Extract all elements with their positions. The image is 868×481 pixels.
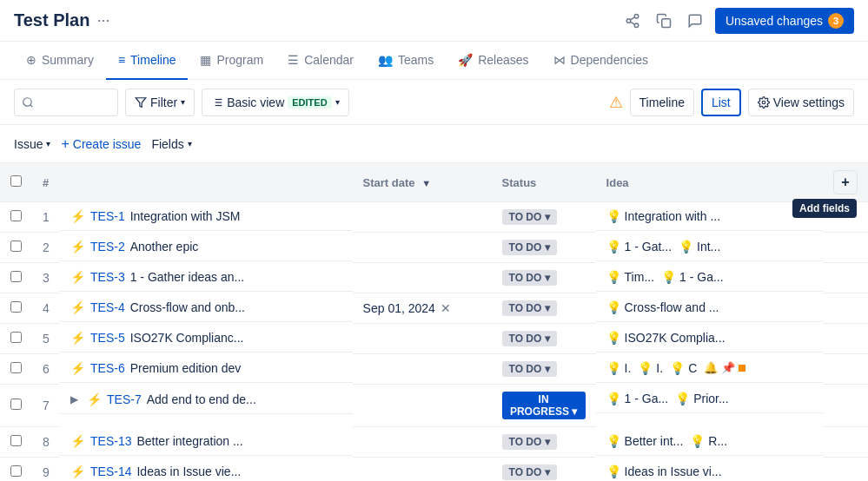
- svg-point-1: [626, 18, 631, 23]
- issue-title: Ideas in Issue vie...: [136, 465, 241, 478]
- issue-header: [60, 163, 353, 202]
- nav-tabs: ⊕ Summary ≡ Timeline ▦ Program ☰ Calenda…: [0, 42, 868, 80]
- date-clear-button[interactable]: ✕: [441, 301, 451, 315]
- issue-cell: ⚡TES-5ISO27K Complianc...: [60, 324, 353, 353]
- idea-icon: 💡: [606, 240, 621, 254]
- row-checkbox[interactable]: [10, 210, 22, 221]
- issue-id-link[interactable]: TES-6: [90, 361, 125, 375]
- status-badge[interactable]: TO DO ▾: [502, 331, 557, 346]
- status-badge[interactable]: TO DO ▾: [502, 465, 557, 480]
- issue-cell: ⚡TES-14Ideas in Issue vie...: [60, 458, 353, 482]
- row-number: 1: [32, 202, 60, 233]
- row-number: 5: [32, 324, 60, 354]
- idea-icon: 💡: [606, 300, 621, 314]
- unsaved-label: Unsaved changes: [726, 14, 823, 28]
- table-row: 7▶⚡TES-7Add end to end de...IN PROGRESS …: [0, 385, 868, 427]
- issue-id-link[interactable]: TES-1: [90, 209, 125, 223]
- issue-id-link[interactable]: TES-14: [90, 465, 131, 478]
- tab-teams[interactable]: 👥 Teams: [366, 42, 446, 80]
- idea-text: 1 - Ga...: [625, 392, 669, 405]
- tab-timeline[interactable]: ≡ Timeline: [106, 42, 189, 80]
- filter-button[interactable]: Filter ▾: [125, 89, 195, 116]
- status-cell: TO DO ▾: [492, 354, 596, 385]
- idea-text: C: [688, 361, 697, 375]
- toolbar: Filter ▾ Basic view EDITED ▾ ⚠ Timeline …: [0, 80, 868, 125]
- svg-rect-5: [662, 18, 671, 27]
- status-badge[interactable]: TO DO ▾: [502, 209, 557, 225]
- tab-releases[interactable]: 🚀 Releases: [446, 42, 540, 80]
- row-checkbox[interactable]: [10, 465, 22, 477]
- idea-text: Int...: [697, 240, 720, 254]
- select-all-checkbox[interactable]: [10, 175, 22, 187]
- idea-text: Better int...: [625, 434, 684, 448]
- status-cell: TO DO ▾: [492, 263, 596, 293]
- status-badge[interactable]: TO DO ▾: [502, 361, 557, 377]
- view-selector-button[interactable]: Basic view EDITED ▾: [202, 89, 348, 116]
- issue-title: Integration with JSM: [130, 209, 241, 223]
- issue-title: Better integration ...: [136, 434, 242, 448]
- edited-badge: EDITED: [288, 96, 331, 109]
- table-row: 5⚡TES-5ISO27K Complianc...TO DO ▾💡ISO27K…: [0, 324, 868, 354]
- search-box[interactable]: [14, 89, 118, 116]
- status-badge[interactable]: TO DO ▾: [502, 434, 557, 450]
- start-date-cell: [353, 324, 492, 354]
- expander-icon[interactable]: ▶: [70, 393, 78, 405]
- num-header: #: [32, 163, 60, 202]
- issue-id-link[interactable]: TES-5: [90, 331, 125, 345]
- issue-dropdown[interactable]: Issue ▾: [14, 137, 50, 151]
- duplicate-button[interactable]: [653, 10, 675, 32]
- row-checkbox[interactable]: [10, 332, 22, 343]
- start-date-cell: Sep 01, 2024✕: [353, 293, 492, 324]
- header-left: Test Plan ···: [14, 10, 109, 30]
- view-settings-button[interactable]: View settings: [748, 89, 854, 116]
- issue-type-icon: ⚡: [70, 270, 85, 284]
- search-input[interactable]: [39, 96, 109, 109]
- idea-icon: 💡: [675, 392, 690, 405]
- start-date-header[interactable]: Start date ▼: [353, 163, 492, 202]
- row-number: 4: [32, 293, 60, 324]
- idea-text: Ideas in Issue vi...: [625, 465, 722, 478]
- row-checkbox[interactable]: [10, 399, 22, 410]
- tab-calendar[interactable]: ☰ Calendar: [275, 42, 366, 80]
- issue-id-link[interactable]: TES-13: [90, 434, 131, 448]
- share-button[interactable]: [621, 10, 644, 32]
- create-issue-button[interactable]: + Create issue: [61, 136, 141, 152]
- issue-id-link[interactable]: TES-2: [90, 240, 125, 254]
- row-checkbox[interactable]: [10, 271, 22, 282]
- fields-button[interactable]: Fields ▾: [151, 137, 191, 151]
- row-checkbox[interactable]: [10, 362, 22, 373]
- unsaved-changes-button[interactable]: Unsaved changes 3: [715, 8, 854, 34]
- add-fields-button[interactable]: + Add fields: [833, 170, 858, 194]
- issue-title: Cross-flow and onb...: [130, 300, 245, 314]
- tab-summary[interactable]: ⊕ Summary: [14, 42, 106, 80]
- start-date-cell: [353, 354, 492, 385]
- status-badge[interactable]: TO DO ▾: [502, 270, 557, 286]
- tab-program[interactable]: ▦ Program: [188, 42, 275, 80]
- comment-button[interactable]: [684, 10, 706, 32]
- idea-icon: 💡: [606, 392, 621, 405]
- warning-icon: ⚠: [609, 93, 623, 112]
- row-checkbox[interactable]: [10, 301, 22, 313]
- row-number: 8: [32, 427, 60, 458]
- row-number: 7: [32, 385, 60, 427]
- issue-id-link[interactable]: TES-7: [107, 392, 142, 406]
- row-checkbox[interactable]: [10, 435, 22, 446]
- add-field-header[interactable]: + Add fields: [823, 163, 868, 202]
- start-date-cell: [353, 427, 492, 458]
- timeline-tab-icon: ≡: [118, 53, 125, 67]
- issue-id-link[interactable]: TES-3: [90, 270, 125, 284]
- idea-text: Cross-flow and ...: [625, 300, 719, 314]
- idea-text: 1 - Gat...: [625, 240, 672, 254]
- idea-icon: 💡: [638, 361, 653, 375]
- status-badge[interactable]: TO DO ▾: [502, 240, 557, 255]
- add-fields-tooltip: Add fields: [792, 199, 857, 218]
- status-badge[interactable]: IN PROGRESS ▾: [502, 392, 586, 419]
- timeline-view-button[interactable]: Timeline: [630, 89, 694, 116]
- tab-dependencies[interactable]: ⋈ Dependencies: [541, 42, 661, 80]
- list-view-button[interactable]: List: [701, 89, 741, 116]
- row-checkbox[interactable]: [10, 240, 22, 252]
- more-options-icon[interactable]: ···: [96, 11, 109, 30]
- sort-desc-icon: ▼: [421, 178, 431, 188]
- status-badge[interactable]: TO DO ▾: [502, 300, 557, 316]
- issue-id-link[interactable]: TES-4: [90, 300, 125, 314]
